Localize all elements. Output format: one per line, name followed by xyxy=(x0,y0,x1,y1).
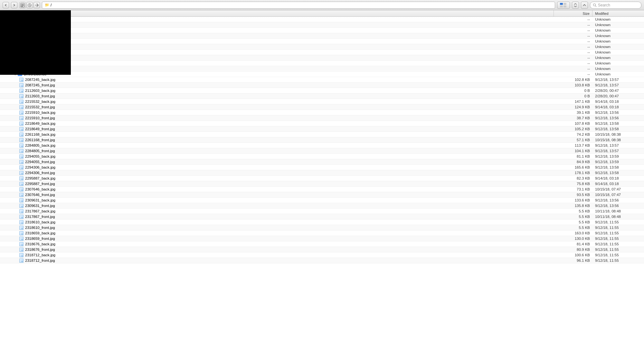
table-row[interactable]: 2215910_back.jpg39.1 KB9/12/18, 13:56 xyxy=(0,110,644,115)
file-name-cell: 2318659_back.jpg xyxy=(0,231,554,235)
file-name-cell: 2218649_back.jpg xyxy=(0,122,554,126)
item-icon-1[interactable] xyxy=(19,2,26,8)
table-row[interactable]: 2318712_back.jpg100.6 KB9/12/18, 11:55 xyxy=(0,252,644,258)
image-file-icon xyxy=(19,259,24,263)
table-row[interactable]: ▶ -- Unknown xyxy=(0,28,644,33)
file-name: 2294055_front.jpg xyxy=(25,160,55,164)
image-file-icon xyxy=(19,116,24,120)
table-row[interactable]: 2309631_back.jpg133.6 KB9/12/18, 13:56 xyxy=(0,198,644,203)
file-modified: 10/15/18, 07:47 xyxy=(592,193,644,197)
file-modified: Unknown xyxy=(592,50,644,54)
file-size: 102.8 KB xyxy=(554,78,592,82)
file-list[interactable]: ▶ -- Unknown ▶ -- Unknown ▶ -- Unknown xyxy=(0,17,644,353)
driver-licence-folder-row[interactable]: ▶ DriverLicence -- Unknown xyxy=(0,72,644,77)
table-row[interactable]: 2317867_back.jpg5.5 KB10/11/18, 08:48 xyxy=(0,209,644,214)
table-row[interactable]: ▶ -- Unknown xyxy=(0,22,644,28)
up-button[interactable] xyxy=(581,2,588,9)
table-row[interactable]: 2215910_front.jpg38.7 KB9/12/18, 13:56 xyxy=(0,115,644,121)
sort-direction-button[interactable] xyxy=(572,2,579,9)
table-row[interactable]: 2318610_back.jpg5.5 KB9/12/18, 11:55 xyxy=(0,220,644,225)
table-row[interactable]: ▶ -- Unknown xyxy=(0,55,644,61)
forward-icon[interactable] xyxy=(11,2,17,8)
table-row[interactable]: 2218649_front.jpg105.2 KB9/12/18, 13:58 xyxy=(0,126,644,132)
col-name-header[interactable]: ename ▲ xyxy=(0,10,554,16)
file-name: 2309631_front.jpg xyxy=(25,204,55,208)
path-bar[interactable]: 📁 / xyxy=(42,2,555,9)
table-row[interactable]: 2294055_back.jpg81.1 KB9/12/18, 13:59 xyxy=(0,154,644,159)
table-row[interactable]: ▶ -- Unknown xyxy=(0,33,644,39)
image-file-icon xyxy=(19,143,24,148)
table-row[interactable]: ▶ -- Unknown xyxy=(0,17,644,22)
file-name-cell: 2294306_back.jpg xyxy=(0,165,554,170)
table-row[interactable]: 2318676_back.jpg81.4 KB9/12/18, 11:55 xyxy=(0,241,644,247)
file-name-cell: 2317867_back.jpg xyxy=(0,209,554,213)
svg-rect-1 xyxy=(21,4,24,5)
table-row[interactable]: 2318676_front.jpg80.9 KB9/12/18, 11:55 xyxy=(0,247,644,252)
table-row[interactable]: 2318712_front.jpg96.1 KB9/12/18, 11:55 xyxy=(0,258,644,263)
file-modified: 9/12/18, 13:58 xyxy=(592,171,644,175)
search-box[interactable]: Search xyxy=(590,2,641,9)
table-row[interactable]: 2309631_front.jpg135.8 KB9/12/18, 13:56 xyxy=(0,203,644,209)
file-modified: 9/12/18, 13:56 xyxy=(592,116,644,120)
file-name-cell: 2112603_front.jpg xyxy=(0,94,554,98)
file-name: 2218649_front.jpg xyxy=(25,127,55,131)
item-icon-3[interactable] xyxy=(33,2,40,8)
file-name-cell: 2318659_front.jpg xyxy=(0,237,554,241)
table-row[interactable]: ▶ -- Unknown xyxy=(0,50,644,55)
table-row[interactable]: ▶ -- Unknown xyxy=(0,61,644,66)
table-row[interactable]: 2087245_back.jpg102.8 KB9/12/18, 13:57 xyxy=(0,77,644,83)
item-icon-2[interactable] xyxy=(26,2,33,8)
file-name-cell: 2318712_front.jpg xyxy=(0,259,554,263)
table-row[interactable]: 2307646_front.jpg93.5 KB10/15/18, 07:47 xyxy=(0,192,644,198)
image-file-icon xyxy=(19,231,24,235)
back-icon[interactable] xyxy=(3,2,9,8)
table-row[interactable]: 2295887_back.jpg82.3 KB9/14/18, 03:18 xyxy=(0,176,644,181)
table-row[interactable]: 2261168_back.jpg74.2 KB10/15/18, 08:38 xyxy=(0,132,644,137)
table-row[interactable]: 2307646_back.jpg73.1 KB10/15/18, 07:47 xyxy=(0,187,644,192)
file-name-cell: 2284805_back.jpg xyxy=(0,143,554,148)
file-name: 2284805_back.jpg xyxy=(25,143,55,147)
file-modified: 2/28/20, 00:47 xyxy=(592,94,644,98)
svg-rect-8 xyxy=(564,5,566,7)
table-row[interactable]: 2294055_front.jpg84.9 KB9/12/18, 13:59 xyxy=(0,159,644,165)
image-file-icon xyxy=(19,215,24,219)
image-file-icon xyxy=(19,111,24,115)
table-row[interactable]: 2318659_back.jpg163.0 KB9/12/18, 11:55 xyxy=(0,230,644,236)
table-row[interactable]: 2294306_front.jpg178.1 KB9/12/18, 13:58 xyxy=(0,170,644,176)
table-row[interactable]: 2284805_back.jpg113.7 KB9/12/18, 13:57 xyxy=(0,143,644,148)
file-modified: 9/12/18, 11:55 xyxy=(592,259,644,262)
image-file-icon xyxy=(19,253,24,257)
file-size: 104.1 KB xyxy=(554,149,592,153)
file-name-cell: 2317867_front.jpg xyxy=(0,215,554,219)
col-size-header[interactable]: Size xyxy=(554,10,592,16)
table-row[interactable]: 2318659_front.jpg130.0 KB9/12/18, 11:55 xyxy=(0,236,644,241)
table-row[interactable]: 2215532_back.jpg147.1 KB9/14/18, 03:18 xyxy=(0,99,644,104)
file-size: 135.8 KB xyxy=(554,204,592,208)
table-row[interactable]: ▶ -- Unknown xyxy=(0,39,644,44)
table-row[interactable]: 2294306_back.jpg165.6 KB9/12/18, 13:58 xyxy=(0,165,644,170)
table-row[interactable]: 2087245_front.jpg103.8 KB9/12/18, 13:57 xyxy=(0,83,644,88)
file-name-cell: 2295887_back.jpg xyxy=(0,176,554,181)
file-name-cell: 2295887_front.jpg xyxy=(0,182,554,186)
table-row[interactable]: 2112603_back.jpg0 B2/28/20, 00:47 xyxy=(0,88,644,93)
table-row[interactable]: 2215532_front.jpg124.9 KB9/14/18, 03:18 xyxy=(0,104,644,110)
col-modified-header[interactable]: Modified xyxy=(592,10,644,16)
table-row[interactable]: 2284805_front.jpg104.1 KB9/12/18, 13:57 xyxy=(0,148,644,154)
path-text: / xyxy=(51,3,52,7)
table-row[interactable]: 2318610_front.jpg5.5 KB9/12/18, 11:55 xyxy=(0,225,644,230)
table-row[interactable]: 2317867_front.jpg5.5 KB10/11/18, 08:48 xyxy=(0,214,644,220)
table-row[interactable]: 2261168_front.jpg57.1 KB10/15/18, 08:38 xyxy=(0,137,644,143)
file-modified: 10/15/18, 07:47 xyxy=(592,187,644,191)
file-size: -- xyxy=(554,34,592,38)
table-row[interactable]: 2295887_front.jpg75.8 KB9/14/18, 03:18 xyxy=(0,181,644,187)
table-row[interactable]: 2218649_back.jpg107.8 KB9/12/18, 13:58 xyxy=(0,121,644,126)
table-row[interactable]: ▶ -- Unknown xyxy=(0,66,644,72)
file-size: 96.1 KB xyxy=(554,259,592,262)
file-modified: Unknown xyxy=(592,67,644,71)
file-modified: 9/14/18, 03:18 xyxy=(592,105,644,109)
view-switcher[interactable] xyxy=(557,2,570,9)
file-name: 2318610_back.jpg xyxy=(25,220,55,224)
table-row[interactable]: ▶ -- Unknown xyxy=(0,44,644,50)
file-name: 2318712_back.jpg xyxy=(25,253,55,257)
table-row[interactable]: 2112603_front.jpg0 B2/28/20, 00:47 xyxy=(0,93,644,99)
